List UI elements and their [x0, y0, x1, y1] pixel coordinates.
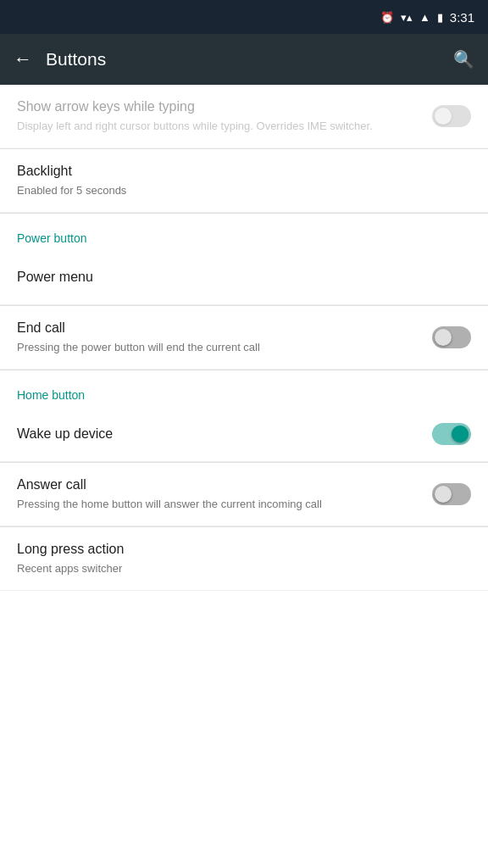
alarm-icon: ⏰ — [380, 11, 394, 24]
show-arrow-keys-label: Show arrow keys while typing — [17, 98, 419, 116]
status-bar: ⏰ ▾▴ ▲ ▮ 3:31 — [0, 0, 488, 34]
status-time: 3:31 — [450, 10, 474, 25]
page-title: Buttons — [46, 49, 453, 70]
long-press-action-label: Long press action — [17, 541, 458, 559]
end-call-label: End call — [17, 320, 419, 337]
search-button[interactable]: 🔍 — [453, 49, 474, 70]
setting-answer-call[interactable]: Answer call Pressing the home button wil… — [0, 463, 488, 526]
home-button-section-title: Home button — [17, 388, 85, 402]
toggle-thumb — [435, 108, 452, 125]
setting-wake-up-device[interactable]: Wake up device — [0, 408, 488, 462]
show-arrow-keys-toggle[interactable] — [432, 105, 471, 127]
power-button-section-header: Power button — [0, 214, 488, 251]
setting-power-menu[interactable]: Power menu — [0, 251, 488, 305]
answer-call-toggle[interactable] — [432, 483, 471, 505]
wake-up-device-label: Wake up device — [17, 426, 419, 443]
signal-icon: ▲ — [419, 11, 430, 24]
back-button[interactable]: ← — [14, 50, 32, 69]
backlight-sublabel: Enabled for 5 seconds — [17, 183, 458, 198]
power-menu-label: Power menu — [17, 269, 458, 287]
battery-icon: ▮ — [437, 11, 443, 24]
end-call-sublabel: Pressing the power button will end the c… — [17, 340, 419, 355]
answer-call-label: Answer call — [17, 476, 419, 494]
end-call-toggle[interactable] — [432, 326, 471, 348]
long-press-action-sublabel: Recent apps switcher — [17, 561, 458, 576]
power-button-section-title: Power button — [17, 231, 87, 245]
wifi-icon: ▾▴ — [401, 11, 413, 24]
setting-backlight[interactable]: Backlight Enabled for 5 seconds — [0, 149, 488, 213]
answer-call-toggle-thumb — [435, 486, 452, 503]
answer-call-sublabel: Pressing the home button will answer the… — [17, 497, 419, 512]
app-bar: ← Buttons 🔍 — [0, 34, 488, 85]
wake-up-device-toggle[interactable] — [432, 423, 471, 445]
end-call-toggle-thumb — [435, 329, 452, 346]
settings-content: Show arrow keys while typing Display lef… — [0, 85, 488, 591]
setting-show-arrow-keys[interactable]: Show arrow keys while typing Display lef… — [0, 85, 488, 148]
home-button-section-header: Home button — [0, 370, 488, 408]
show-arrow-keys-sublabel: Display left and right cursor buttons wh… — [17, 119, 419, 134]
setting-end-call[interactable]: End call Pressing the power button will … — [0, 306, 488, 370]
backlight-label: Backlight — [17, 163, 458, 181]
setting-long-press-action[interactable]: Long press action Recent apps switcher — [0, 527, 488, 591]
search-icon: 🔍 — [453, 50, 474, 69]
